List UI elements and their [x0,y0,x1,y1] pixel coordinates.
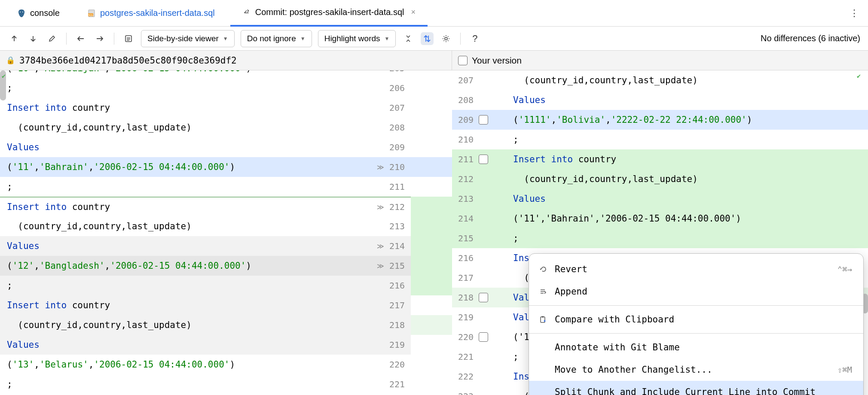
sync-scroll-icon[interactable] [421,32,434,45]
edit-icon[interactable] [46,32,58,45]
svg-point-0 [20,12,21,12]
line-number: 220 [357,355,411,374]
lock-icon: 🔒 [6,56,15,65]
code-line[interactable]: ; [0,374,357,394]
tab-label: console [30,8,60,18]
code-line[interactable]: ('11','Bahrain','2006-02-15 04:44:00.000… [0,157,357,177]
close-icon[interactable]: × [411,8,416,17]
svg-rect-5 [125,36,131,42]
collapse-icon[interactable] [402,32,415,45]
apply-arrow-icon[interactable]: ≫ [377,262,384,270]
menu-shortcut: ⌃⌘→ [837,264,852,274]
line-number: 207 [357,98,411,118]
diff-toolbar: Side-by-side viewer ▼ Do not ignore ▼ Hi… [0,27,868,51]
menu-item[interactable]: Annotate with Git Blame [529,336,863,359]
line-number: 212 [452,169,506,189]
prev-diff-icon[interactable] [8,32,21,45]
line-number: 215 [452,228,506,248]
line-number: 211 [357,177,411,197]
code-line[interactable]: Values [0,236,357,256]
line-number: 223 [452,386,506,395]
blank-icon [538,342,548,352]
apply-arrow-icon[interactable]: ≫ [377,163,384,171]
line-checkbox[interactable] [479,155,488,164]
code-line[interactable]: Values [506,189,868,209]
forward-icon[interactable] [93,32,106,45]
line-checkbox[interactable] [479,293,488,302]
clipboard-icon [538,314,548,325]
code-line[interactable]: ; [506,228,868,248]
menu-label: Split Chunk and Include Current Line int… [555,387,816,395]
revert-icon [538,264,548,274]
menu-item[interactable]: Move to Another Changelist... ⇧⌘M [529,359,863,381]
code-line[interactable]: ; [0,177,357,197]
diff-left-pane[interactable]: ('10','Azerbaijan','2006-02-15 04:44:00.… [0,70,357,395]
code-line[interactable]: ; [0,276,357,295]
line-number: 221 [452,347,506,367]
gutter-right: 2072082092102112122132142152162172182192… [452,70,506,395]
ignore-select[interactable]: Do not ignore ▼ [241,30,312,47]
context-menu: Revert ⌃⌘→ Append Compare with Clipboard… [529,253,864,395]
line-number: 217 [357,295,411,315]
code-line[interactable]: ('12','Bangladesh','2006-02-15 04:44:00.… [0,256,357,276]
next-diff-icon[interactable] [27,32,40,45]
tab-label: Commit: postgres-sakila-insert-data.sql [255,7,404,17]
apply-arrow-icon[interactable]: ≫ [377,242,384,250]
code-line[interactable]: (country_id,country,last_update) [506,169,868,189]
code-line[interactable]: Insert into country [0,295,357,315]
blank-icon [538,365,548,375]
code-line[interactable]: Values [506,90,868,110]
line-number: ≫214 [357,236,411,256]
line-number: 221 [357,374,411,394]
code-line[interactable]: ('11','Bahrain','2006-02-15 04:44:00.000… [506,209,868,228]
code-line[interactable]: ('1111','Bolivia','2222-02-22 22:44:00.0… [506,110,868,130]
svg-text:SQL: SQL [88,13,94,16]
include-checkbox[interactable] [458,56,468,65]
menu-item[interactable]: Split Chunk and Include Current Line int… [529,381,863,395]
tab-console[interactable]: console [5,0,72,27]
menu-item[interactable]: Append [529,280,863,303]
menu-label: Append [555,286,587,297]
tabs-overflow-icon[interactable]: ⋮ [846,5,863,22]
list-icon[interactable] [122,32,135,45]
code-line[interactable]: Values [0,137,357,157]
viewer-mode-select[interactable]: Side-by-side viewer ▼ [141,30,235,47]
code-line[interactable]: Values [0,335,357,355]
back-icon[interactable] [74,32,87,45]
code-line[interactable]: ; [506,130,868,149]
menu-separator [529,305,863,306]
menu-label: Revert [555,264,587,274]
tab-sql-file[interactable]: SQL postgres-sakila-insert-data.sql [75,0,227,27]
chevron-down-icon: ▼ [223,36,228,42]
highlight-select[interactable]: Highlight words ▼ [318,30,396,47]
line-number: ≫215 [357,256,411,276]
line-number: 216 [357,276,411,295]
append-icon [538,286,548,297]
line-number: 217 [452,268,506,288]
menu-item[interactable]: Revert ⌃⌘→ [529,258,863,280]
code-line[interactable]: Insert into country [0,197,357,216]
code-line[interactable]: (country_id,country,last_update) [0,118,357,137]
line-checkbox[interactable] [479,332,488,342]
code-line[interactable]: Insert into country [0,98,357,118]
code-line[interactable]: ; [0,78,357,98]
code-line[interactable]: Insert into country [506,149,868,169]
line-number: 218 [357,315,411,335]
help-icon[interactable]: ? [468,32,481,45]
code-line[interactable]: ('13','Belarus','2006-02-15 04:44:00.000… [0,355,357,374]
select-value: Do not ignore [247,34,296,43]
your-version-label: Your version [472,55,522,66]
line-checkbox[interactable] [479,115,488,125]
menu-label: Annotate with Git Blame [555,342,680,352]
line-number: ≫210 [357,157,411,177]
code-line[interactable]: (country_id,country,last_update) [0,216,357,236]
gear-icon[interactable] [440,32,452,45]
code-line[interactable]: (country_id,country,last_update) [506,70,868,90]
code-line[interactable]: ('10','Azerbaijan','2006-02-15 04:44:00.… [0,70,357,78]
line-number: 210 [452,130,506,149]
apply-arrow-icon[interactable]: ≫ [377,203,384,211]
code-line[interactable]: (country_id,country,last_update) [0,315,357,335]
tab-commit[interactable]: Commit: postgres-sakila-insert-data.sql … [230,0,428,27]
commit-hash: 3784be366e1d04217ba8d50e5c80f90c8e369df2 [19,55,237,66]
menu-item[interactable]: Compare with Clipboard [529,308,863,331]
